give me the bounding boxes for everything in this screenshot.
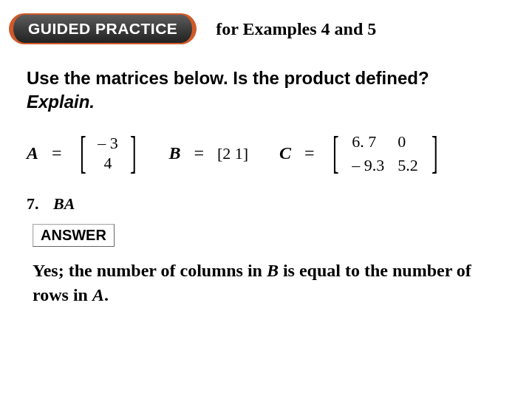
equals-sign: = <box>304 143 315 163</box>
examples-subtitle: for Examples 4 and 5 <box>216 19 376 39</box>
matrix-c-21: – 9.3 <box>352 156 384 175</box>
matrix-b-value: [2 1] <box>217 144 248 163</box>
matrix-c-label: C <box>279 143 291 163</box>
matrix-c-22: 5.2 <box>398 156 418 175</box>
right-bracket-icon: ] <box>432 129 438 175</box>
matrices-row: A = [ – 3 4 ] B = [2 1] C = [ 6. 7 0 – 9… <box>0 120 532 181</box>
matrix-c-values: 6. 7 0 – 9.3 5.2 <box>349 132 421 175</box>
answer-var-b: B <box>267 261 279 280</box>
matrix-b-label: B <box>168 143 180 163</box>
instruction-line1: Use the matrices below. Is the product d… <box>27 68 429 88</box>
instruction-explain: Explain. <box>27 92 95 112</box>
instruction-text: Use the matrices below. Is the product d… <box>0 50 532 120</box>
answer-text: Yes; the number of columns in B is equal… <box>0 251 532 316</box>
question-expression: BA <box>53 194 75 213</box>
answer-var-a: A <box>92 285 104 304</box>
answer-label-box: ANSWER <box>33 224 115 247</box>
matrix-c-11: 6. 7 <box>352 132 384 151</box>
answer-post: . <box>104 285 109 304</box>
matrix-a-r1: – 3 <box>98 134 118 153</box>
equals-sign: = <box>52 143 62 163</box>
equals-sign: = <box>194 143 204 163</box>
question-line: 7. BA <box>0 181 532 216</box>
matrix-c-12: 0 <box>398 132 418 151</box>
right-bracket-icon: ] <box>130 129 137 175</box>
header: GUIDED PRACTICE for Examples 4 and 5 <box>0 0 532 50</box>
matrix-a-values: – 3 4 <box>96 134 120 173</box>
left-bracket-icon: [ <box>332 129 339 175</box>
matrix-a-label: A <box>27 143 38 163</box>
left-bracket-icon: [ <box>80 129 86 175</box>
question-number: 7. <box>27 194 39 213</box>
guided-practice-pill: GUIDED PRACTICE <box>9 13 197 44</box>
matrix-a-r2: 4 <box>103 154 112 173</box>
answer-pre: Yes; the number of columns in <box>33 261 267 280</box>
